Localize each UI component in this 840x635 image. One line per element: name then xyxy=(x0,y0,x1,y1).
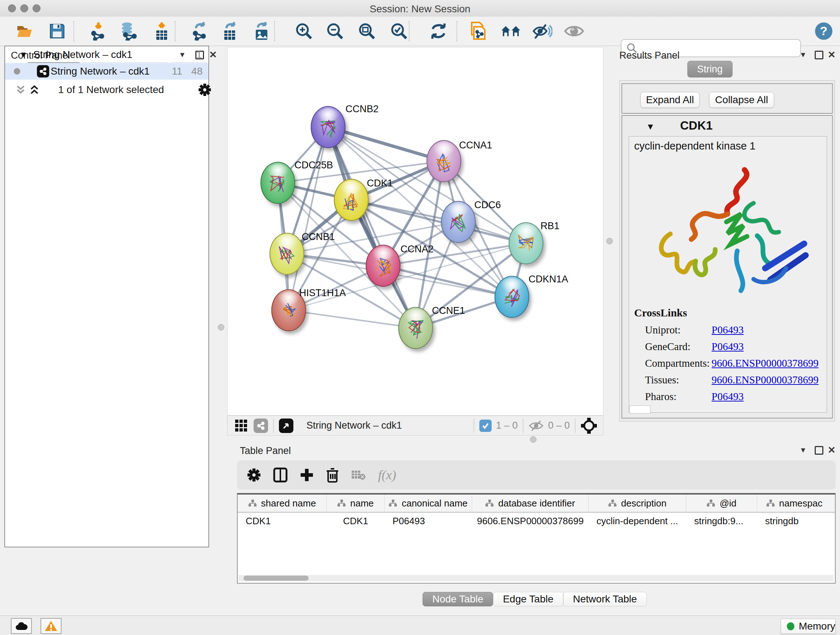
protein-thumbnail xyxy=(318,117,338,140)
tab-edge-table[interactable]: Edge Table xyxy=(493,592,563,606)
horizontal-scrollbar[interactable] xyxy=(238,575,834,581)
crosslink-label: Compartments: xyxy=(645,357,710,369)
warning-button[interactable] xyxy=(41,618,62,634)
network-node-CDC25B[interactable] xyxy=(261,162,295,204)
cloud-button[interactable] xyxy=(11,618,32,634)
network-view-icon[interactable] xyxy=(254,418,268,433)
network-status-dot xyxy=(14,68,20,74)
memory-button[interactable]: Memory xyxy=(781,619,836,634)
fit-content-icon[interactable] xyxy=(581,417,597,434)
export-image-icon[interactable] xyxy=(250,19,273,43)
network-node-RB1[interactable] xyxy=(508,222,543,264)
import-network-database-icon[interactable] xyxy=(117,19,140,43)
network-node-CCNE1[interactable] xyxy=(398,307,433,349)
network-tree-root-row[interactable]: ▼ String Network – cdk1 1 xyxy=(5,46,208,63)
crosslink-pharos-link[interactable]: P06493 xyxy=(712,391,744,402)
results-panel-body: Expand All Collapse All ▼ CDK1 cyclin-de… xyxy=(619,80,835,421)
network-node-CCNB1[interactable] xyxy=(270,233,304,275)
column-header[interactable]: name xyxy=(327,494,385,512)
add-column-icon[interactable] xyxy=(300,468,314,482)
undock-panel-icon[interactable] xyxy=(815,51,823,59)
network-node-CDC6[interactable] xyxy=(441,201,476,243)
crosslink-genecard-link[interactable]: P06493 xyxy=(712,340,744,353)
section-collapse-icon[interactable]: ▼ xyxy=(646,122,655,132)
column-header[interactable]: namespac xyxy=(757,494,831,512)
grid-view-icon[interactable] xyxy=(235,419,248,432)
delete-column-icon[interactable] xyxy=(326,467,339,483)
zoom-fit-icon[interactable] xyxy=(355,19,378,43)
network-node-CDK1[interactable] xyxy=(334,179,369,221)
show-graphics-details-icon[interactable] xyxy=(562,19,586,43)
column-header[interactable]: shared name xyxy=(238,494,327,512)
save-session-icon[interactable] xyxy=(46,19,69,43)
network-node-CCNA1[interactable] xyxy=(426,140,461,182)
column-header[interactable]: database identifier xyxy=(472,494,589,512)
tree-expand-icon[interactable]: ▼ xyxy=(19,50,27,59)
column-header[interactable]: description xyxy=(589,494,686,512)
undock-panel-icon[interactable] xyxy=(815,446,823,455)
collection-count: 1 xyxy=(196,49,202,60)
column-header[interactable]: canonical name xyxy=(385,494,472,512)
hide-graphics-details-icon[interactable] xyxy=(531,19,554,43)
refresh-icon[interactable] xyxy=(427,19,450,43)
open-session-icon[interactable] xyxy=(13,19,36,43)
table-panel-title: Table Panel xyxy=(240,445,291,456)
function-builder-icon[interactable]: f(x) xyxy=(378,467,396,483)
network-nodes-layer: CCNB2CCNA1CDC25BCDK1CDC6RB1CCNB1CCNA2CDK… xyxy=(227,48,603,415)
network-collection-label: String Network – cdk1 xyxy=(33,49,133,60)
close-panel-icon[interactable]: ✕ xyxy=(828,49,836,60)
node-label-CDC25B: CDC25B xyxy=(294,160,333,171)
scrollbar-thumb[interactable] xyxy=(243,576,309,581)
network-canvas[interactable]: CCNB2CCNA1CDC25BCDK1CDC6RB1CCNB1CCNA2CDK… xyxy=(227,47,603,416)
network-tree-item-row[interactable]: String Network – cdk1 11 48 xyxy=(5,63,208,80)
table-row[interactable]: CDK1 CDK1 P06493 9606.ENSP00000378699 cy… xyxy=(238,513,835,529)
node-label-RB1: RB1 xyxy=(540,220,560,232)
export-table-icon[interactable] xyxy=(219,19,242,43)
column-header[interactable]: @id xyxy=(686,494,757,512)
crosslink-uniprot-link[interactable]: P06493 xyxy=(712,324,744,336)
toolbar-separator xyxy=(409,21,409,41)
zoom-selected-icon[interactable] xyxy=(387,19,411,43)
current-network-name: String Network – cdk1 xyxy=(306,420,402,431)
gear-icon[interactable] xyxy=(198,83,211,96)
footer-separator xyxy=(273,418,274,433)
show-columns-icon[interactable] xyxy=(273,467,287,483)
zoom-out-icon[interactable] xyxy=(324,19,347,43)
export-network-icon[interactable] xyxy=(188,19,212,43)
copy-network-icon[interactable] xyxy=(467,19,490,43)
zoom-in-icon[interactable] xyxy=(292,19,316,43)
close-panel-icon[interactable]: ✕ xyxy=(828,445,836,456)
toolbar-separator xyxy=(73,21,74,41)
title-bar: Session: New Session xyxy=(0,0,840,17)
float-panel-icon[interactable]: ▼ xyxy=(799,51,807,59)
gear-icon[interactable] xyxy=(247,468,261,482)
right-splitter-handle[interactable] xyxy=(606,238,613,244)
string-home-icon[interactable] xyxy=(499,19,523,43)
network-item-label: String Network – cdk1 xyxy=(51,65,150,77)
tab-string[interactable]: String xyxy=(687,61,733,78)
delete-table-icon[interactable] xyxy=(351,470,366,480)
tab-network-table[interactable]: Network Table xyxy=(563,592,647,606)
selected-checkbox-icon[interactable] xyxy=(479,420,492,432)
expand-all-button[interactable]: Expand All xyxy=(640,92,699,108)
gene-section: ▼ CDK1 cyclin-dependent kinase 1 xyxy=(622,115,833,418)
crosslink-compartments-link[interactable]: 9606.ENSP00000378699 xyxy=(712,357,819,369)
collapse-all-button[interactable]: Collapse All xyxy=(709,92,774,108)
hidden-eye-icon[interactable] xyxy=(529,420,544,432)
network-node-CCNA2[interactable] xyxy=(366,245,401,287)
network-node-CCNB2[interactable] xyxy=(311,106,346,148)
float-panel-icon[interactable]: ▼ xyxy=(799,446,807,454)
import-table-icon[interactable] xyxy=(150,19,173,43)
left-splitter-handle[interactable] xyxy=(218,324,224,331)
import-network-file-icon[interactable] xyxy=(87,19,110,43)
gene-detail-box: cyclin-dependent kinase 1 xyxy=(629,136,827,413)
crosslink-tissues-link[interactable]: 9606.ENSP00000378699 xyxy=(712,374,819,386)
close-panel-icon[interactable]: ✕ xyxy=(209,49,217,60)
protein-thumbnail xyxy=(448,212,469,235)
memory-status-icon xyxy=(787,622,794,630)
tab-node-table[interactable]: Node Table xyxy=(423,592,493,606)
help-icon[interactable]: ? xyxy=(812,19,835,43)
network-selection-status: 1 of 1 Network selected xyxy=(4,84,218,96)
network-node-CDKN1A[interactable] xyxy=(494,276,529,318)
birdseye-view-icon[interactable] xyxy=(279,418,294,433)
